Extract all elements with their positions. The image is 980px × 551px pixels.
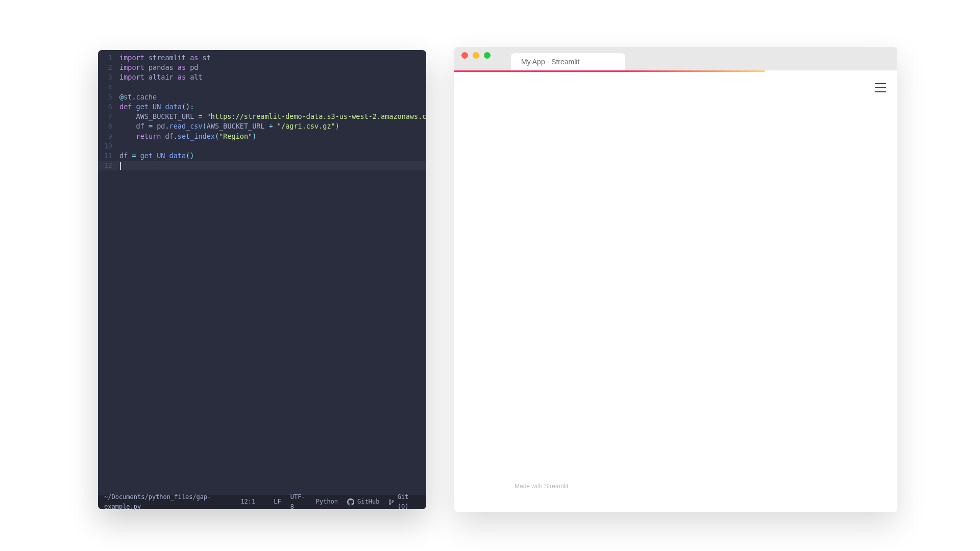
code-line[interactable]: 12 [98,161,426,170]
code-line[interactable]: 1import streamlit as st [98,53,426,63]
line-number: 12 [98,161,119,170]
line-number: 2 [98,63,119,72]
code-content[interactable] [119,161,426,170]
svg-point-2 [393,500,394,502]
code-content[interactable]: df = get_UN_data() [119,151,426,161]
code-line[interactable]: 11df = get_UN_data() [98,151,426,161]
status-file-path: ~/Documents/python_files/gap-example.py [104,492,231,512]
line-number: 8 [98,121,119,131]
made-with-footer: Made with Streamlit [514,483,568,490]
status-github-label: GitHub [357,497,379,507]
line-number: 11 [98,151,119,161]
status-git-label: Git (0) [398,492,420,512]
code-content[interactable]: return df.set_index("Region") [119,132,426,141]
code-content[interactable]: import pandas as pd [119,63,426,72]
code-line[interactable]: 7 AWS_BUCKET_URL = "https://streamlit-de… [98,112,426,121]
line-number: 6 [98,102,119,112]
status-language[interactable]: Python [316,497,338,507]
browser-tabbar: My App - Streamlit [454,47,897,70]
git-branch-icon [388,499,394,506]
code-content[interactable]: import streamlit as st [119,53,426,63]
footer-prefix: Made with [514,483,544,490]
close-window-icon[interactable] [461,52,468,59]
window-controls [461,47,506,70]
code-content[interactable]: AWS_BUCKET_URL = "https://streamlit-demo… [119,112,426,121]
code-line[interactable]: 9 return df.set_index("Region") [98,132,426,141]
code-content[interactable]: def get_UN_data(): [119,102,426,112]
browser-tab[interactable]: My App - Streamlit [511,53,625,70]
svg-point-0 [389,499,391,501]
code-line[interactable]: 8 df = pd.read_csv(AWS_BUCKET_URL + "/ag… [98,121,426,131]
status-cursor-pos: 12:1 [240,497,255,507]
code-line[interactable]: 2import pandas as pd [98,63,426,72]
editor-body[interactable]: 1import streamlit as st2import pandas as… [98,50,426,495]
code-line[interactable]: 6def get_UN_data(): [98,102,426,112]
streamlit-link[interactable]: Streamlit [544,483,568,490]
text-cursor [120,162,121,170]
code-content[interactable]: @st.cache [119,92,426,102]
line-number: 3 [98,72,119,82]
app-page: Made with Streamlit [454,72,897,512]
github-icon [347,498,354,506]
status-github[interactable]: GitHub [347,497,379,507]
hamburger-menu-icon[interactable] [875,83,886,92]
status-encoding[interactable]: UTF-8 [290,492,307,512]
code-line[interactable]: 3import altair as alt [98,72,426,82]
svg-point-1 [389,503,391,505]
browser-window: My App - Streamlit Made with Streamlit [454,47,897,512]
line-number: 10 [98,141,119,151]
code-content[interactable]: import altair as alt [119,72,426,82]
editor-status-bar: ~/Documents/python_files/gap-example.py … [98,495,426,509]
code-line[interactable]: 4 [98,83,426,92]
code-line[interactable]: 10 [98,141,426,151]
browser-tab-title: My App - Streamlit [521,58,579,66]
line-number: 7 [98,112,119,121]
code-editor: 1import streamlit as st2import pandas as… [98,50,426,509]
status-git[interactable]: Git (0) [388,492,420,512]
line-number: 5 [98,92,119,102]
minimize-window-icon[interactable] [473,52,479,59]
status-eol[interactable]: LF [274,497,281,507]
line-number: 1 [98,53,119,63]
maximize-window-icon[interactable] [484,52,491,59]
code-line[interactable]: 5@st.cache [98,92,426,102]
line-number: 9 [98,132,119,141]
code-content[interactable]: df = pd.read_csv(AWS_BUCKET_URL + "/agri… [119,121,426,131]
line-number: 4 [98,83,119,92]
